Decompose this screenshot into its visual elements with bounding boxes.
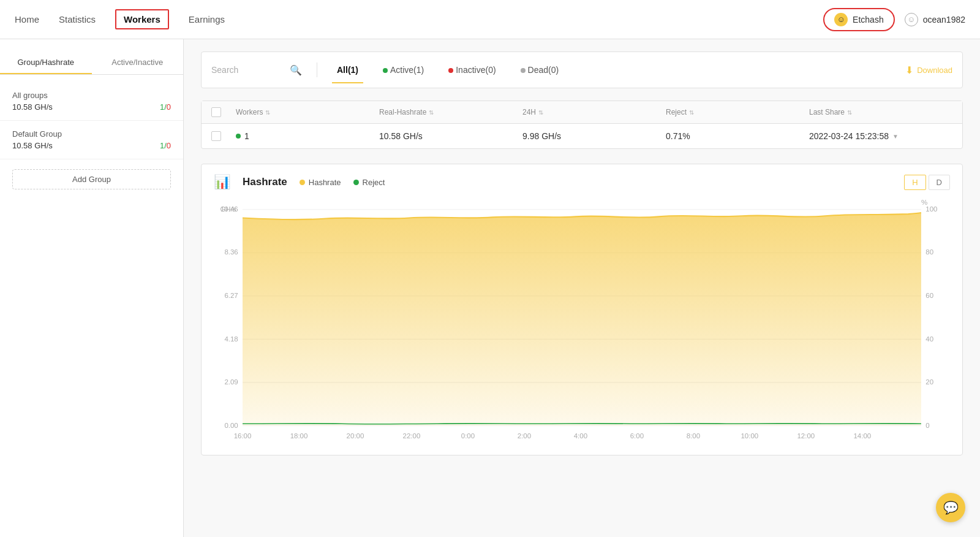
worker-active-dot bbox=[236, 134, 241, 139]
lastshare-dropdown-icon[interactable]: ▼ bbox=[892, 133, 899, 140]
worker-hashrate-cell: 10.58 GH/s bbox=[379, 131, 522, 141]
filter-tab-inactive[interactable]: Inactive(0) bbox=[443, 63, 500, 77]
main-layout: Group/Hashrate Active/Inactive All group… bbox=[0, 39, 980, 537]
sidebar-tab-group-hashrate[interactable]: Group/Hashrate bbox=[0, 51, 92, 74]
sidebar-group-all[interactable]: All groups 10.58 GH/s 1/0 bbox=[0, 82, 183, 121]
svg-text:0:00: 0:00 bbox=[461, 432, 475, 440]
svg-text:20: 20 bbox=[925, 378, 933, 386]
search-icon: 🔍 bbox=[290, 64, 302, 76]
active-dot bbox=[383, 68, 388, 73]
chart-legend: Hashrate Reject bbox=[300, 178, 385, 187]
col-reject-header: Reject ⇅ bbox=[666, 107, 809, 117]
table-header: Workers ⇅ Real-Hashrate ⇅ 24H ⇅ Reject ⇅… bbox=[202, 101, 962, 124]
nav-home[interactable]: Home bbox=[15, 12, 39, 27]
svg-text:22:00: 22:00 bbox=[403, 432, 421, 440]
chart-section: 📊 Hashrate Hashrate Reject H D bbox=[201, 164, 963, 455]
etchash-label: Etchash bbox=[853, 15, 884, 25]
dead-dot bbox=[521, 68, 526, 73]
group-all-stats: 10.58 GH/s 1/0 bbox=[12, 102, 171, 112]
svg-text:4:00: 4:00 bbox=[574, 432, 587, 440]
nav-links: Home Statistics Workers Earnings bbox=[15, 9, 225, 29]
chart-title: Hashrate bbox=[243, 176, 287, 188]
download-icon: ⬇ bbox=[905, 64, 913, 76]
chart-icon: 📊 bbox=[214, 174, 230, 190]
period-h-button[interactable]: H bbox=[904, 175, 925, 190]
svg-text:60: 60 bbox=[925, 292, 933, 299]
legend-reject-dot bbox=[353, 180, 359, 185]
worker-reject-cell: 0.71% bbox=[666, 131, 809, 141]
chart-period-buttons: H D bbox=[904, 175, 950, 190]
svg-text:14:00: 14:00 bbox=[853, 432, 871, 440]
filter-tab-all[interactable]: All(1) bbox=[332, 63, 363, 77]
chart-header: 📊 Hashrate Hashrate Reject H D bbox=[214, 174, 950, 190]
main-content: 🔍 All(1) Active(1) Inactive(0) Dead(0) ⬇… bbox=[184, 39, 980, 537]
group-default-stats: 10.58 GH/s 1/0 bbox=[12, 141, 171, 150]
worker-24h-cell: 9.98 GH/s bbox=[522, 131, 666, 141]
chat-fab-button[interactable]: 💬 bbox=[936, 493, 965, 522]
col-lastshare-header: Last Share ⇅ bbox=[809, 107, 952, 117]
user-icon: ☺ bbox=[905, 13, 918, 26]
lastshare-sort-icon[interactable]: ⇅ bbox=[847, 109, 852, 116]
workers-table: Workers ⇅ Real-Hashrate ⇅ 24H ⇅ Reject ⇅… bbox=[201, 101, 963, 149]
svg-text:18:00: 18:00 bbox=[290, 432, 308, 440]
etchash-button[interactable]: ☺ Etchash bbox=[823, 8, 895, 31]
svg-text:12:00: 12:00 bbox=[797, 432, 815, 440]
group-default-name: Default Group bbox=[12, 129, 171, 139]
table-row: 1 10.58 GH/s 9.98 GH/s 0.71% 2022-03-24 … bbox=[202, 124, 962, 148]
svg-text:8.36: 8.36 bbox=[224, 248, 238, 256]
svg-text:%: % bbox=[921, 200, 927, 206]
group-default-hashrate: 10.58 GH/s bbox=[12, 141, 53, 150]
download-button[interactable]: ⬇ Download bbox=[905, 64, 952, 76]
group-all-ratio: 1/0 bbox=[160, 102, 171, 112]
svg-text:40: 40 bbox=[925, 335, 933, 342]
svg-text:8:00: 8:00 bbox=[687, 432, 700, 440]
etchash-icon: ☺ bbox=[834, 13, 848, 26]
row-checkbox bbox=[211, 131, 236, 141]
hashrate-sort-icon[interactable]: ⇅ bbox=[429, 109, 434, 116]
inactive-dot bbox=[448, 68, 453, 73]
period-d-button[interactable]: D bbox=[929, 175, 950, 190]
search-input[interactable] bbox=[211, 65, 285, 75]
col-hashrate-header: Real-Hashrate ⇅ bbox=[379, 107, 522, 117]
chart-area: 10.46 8.36 6.27 4.18 2.09 0.00 GH/s 100 … bbox=[214, 200, 950, 445]
legend-hashrate-dot bbox=[300, 180, 305, 185]
svg-text:6:00: 6:00 bbox=[630, 432, 644, 440]
top-navigation: Home Statistics Workers Earnings ☺ Etcha… bbox=[0, 0, 980, 39]
svg-text:0: 0 bbox=[925, 422, 929, 429]
search-box: 🔍 bbox=[211, 64, 302, 76]
sidebar-group-default[interactable]: Default Group 10.58 GH/s 1/0 bbox=[0, 121, 183, 159]
legend-reject: Reject bbox=[353, 178, 385, 187]
sidebar-tab-active-inactive[interactable]: Active/Inactive bbox=[92, 51, 184, 74]
group-default-ratio: 1/0 bbox=[160, 141, 171, 150]
workers-sort-icon[interactable]: ⇅ bbox=[265, 109, 270, 116]
row-select-checkbox[interactable] bbox=[211, 131, 221, 141]
svg-text:80: 80 bbox=[925, 248, 933, 256]
worker-lastshare-cell: 2022-03-24 15:23:58 ▼ bbox=[809, 131, 952, 141]
svg-text:2:00: 2:00 bbox=[518, 432, 531, 440]
legend-hashrate: Hashrate bbox=[300, 178, 341, 187]
nav-statistics[interactable]: Statistics bbox=[59, 12, 96, 27]
svg-text:16:00: 16:00 bbox=[234, 432, 252, 440]
reject-sort-icon[interactable]: ⇅ bbox=[689, 109, 694, 116]
24h-sort-icon[interactable]: ⇅ bbox=[538, 109, 543, 116]
filter-tab-active[interactable]: Active(1) bbox=[378, 63, 429, 77]
col-checkbox-header bbox=[211, 107, 236, 117]
chat-icon: 💬 bbox=[943, 500, 959, 515]
svg-text:GH/s: GH/s bbox=[220, 205, 236, 213]
nav-workers[interactable]: Workers bbox=[115, 9, 169, 29]
svg-text:10:00: 10:00 bbox=[741, 432, 758, 440]
user-button[interactable]: ☺ ocean1982 bbox=[905, 13, 965, 26]
svg-text:20:00: 20:00 bbox=[347, 432, 364, 440]
filter-tab-dead[interactable]: Dead(0) bbox=[516, 63, 564, 77]
svg-text:2.09: 2.09 bbox=[224, 378, 238, 386]
col-24h-header: 24H ⇅ bbox=[522, 107, 666, 117]
svg-text:0.00: 0.00 bbox=[224, 422, 238, 429]
svg-text:4.18: 4.18 bbox=[224, 335, 238, 342]
add-group-button[interactable]: Add Group bbox=[12, 169, 171, 189]
nav-earnings[interactable]: Earnings bbox=[189, 12, 225, 27]
select-all-checkbox[interactable] bbox=[211, 107, 221, 117]
hashrate-chart: 10.46 8.36 6.27 4.18 2.09 0.00 GH/s 100 … bbox=[214, 200, 950, 445]
filter-bar: 🔍 All(1) Active(1) Inactive(0) Dead(0) ⬇… bbox=[201, 51, 963, 88]
user-label: ocean1982 bbox=[923, 15, 965, 25]
group-all-hashrate: 10.58 GH/s bbox=[12, 102, 53, 112]
